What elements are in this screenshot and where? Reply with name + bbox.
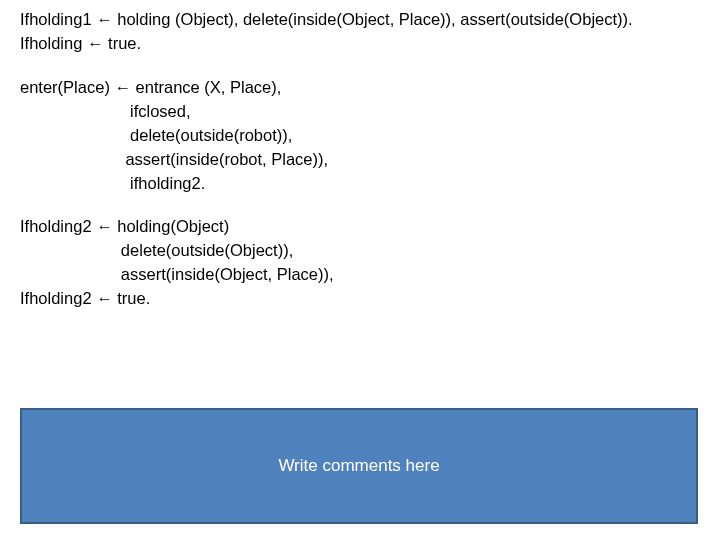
rule-line: delete(outside(Object)), xyxy=(20,239,720,263)
rule-enter: enter(Place) ← entrance (X, Place), ifcl… xyxy=(20,76,720,196)
rule-line: Ifholding1 ← holding (Object), delete(in… xyxy=(20,8,720,32)
rule-body: delete(outside(robot)), xyxy=(130,126,292,144)
rule-head: Ifholding2 xyxy=(20,289,92,307)
rule-body: ifholding2. xyxy=(130,174,205,192)
spacer xyxy=(20,60,720,76)
left-arrow-icon: ← xyxy=(96,217,113,235)
rule-body: ifclosed, xyxy=(130,102,191,120)
rule-head: Ifholding2 xyxy=(20,217,92,235)
left-arrow-icon: ← xyxy=(114,78,131,96)
rule-body: holding (Object), delete(inside(Object, … xyxy=(117,10,632,28)
rule-line: assert(inside(robot, Place)), xyxy=(20,148,720,172)
left-arrow-icon: ← xyxy=(96,289,113,307)
rule-ifholding2: Ifholding2 ← holding(Object) delete(outs… xyxy=(20,215,720,311)
rule-line: Ifholding2 ← holding(Object) xyxy=(20,215,720,239)
left-arrow-icon: ← xyxy=(87,34,104,52)
rule-line: assert(inside(Object, Place)), xyxy=(20,263,720,287)
rule-body: entrance (X, Place), xyxy=(136,78,282,96)
spacer xyxy=(20,199,720,215)
rule-line: ifclosed, xyxy=(20,100,720,124)
rule-ifholding1: Ifholding1 ← holding (Object), delete(in… xyxy=(20,8,720,56)
rule-line: enter(Place) ← entrance (X, Place), xyxy=(20,76,720,100)
rule-head: Ifholding1 xyxy=(20,10,92,28)
rule-body: holding(Object) xyxy=(117,217,229,235)
rule-body: true. xyxy=(117,289,150,307)
rule-line: Ifholding2 ← true. xyxy=(20,287,720,311)
rule-line: delete(outside(robot)), xyxy=(20,124,720,148)
comment-placeholder-text: Write comments here xyxy=(278,456,439,476)
comment-placeholder-box[interactable]: Write comments here xyxy=(20,408,698,524)
left-arrow-icon: ← xyxy=(96,10,113,28)
rule-body: assert(inside(robot, Place)), xyxy=(125,150,328,168)
rule-line: Ifholding ← true. xyxy=(20,32,720,56)
rule-head: Ifholding xyxy=(20,34,82,52)
rule-body: assert(inside(Object, Place)), xyxy=(121,265,334,283)
rule-head: enter(Place) xyxy=(20,78,110,96)
slide-page: Ifholding1 ← holding (Object), delete(in… xyxy=(0,0,720,540)
rule-body: delete(outside(Object)), xyxy=(121,241,293,259)
rule-line: ifholding2. xyxy=(20,172,720,196)
rule-body: true. xyxy=(108,34,141,52)
